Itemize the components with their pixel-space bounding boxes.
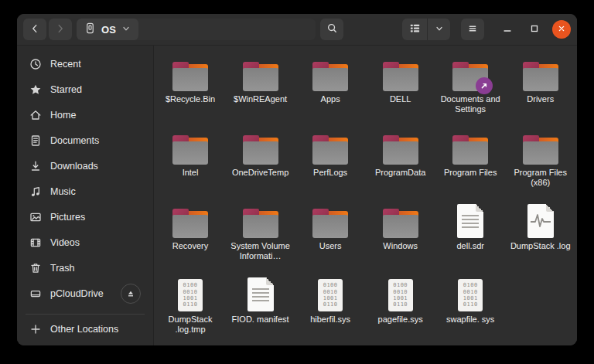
sidebar-item-documents[interactable]: Documents [22, 129, 148, 152]
sidebar-item-label: Home [50, 110, 76, 121]
folder-icon [172, 135, 209, 165]
grid-item-programdata[interactable]: ProgramData [365, 125, 435, 199]
sidebar-item-label: Downloads [50, 161, 98, 172]
minimize-icon [502, 23, 513, 36]
file-label: DELL [390, 94, 411, 104]
drive-icon [84, 22, 96, 36]
sidebar: Recent Starred Home Documents Downloads [17, 46, 154, 345]
grid-item-program-files-x86[interactable]: Program Files (x86) [505, 125, 575, 199]
path-bar[interactable]: OS [77, 19, 316, 40]
navigation-buttons [23, 19, 72, 40]
folder-icon [382, 135, 419, 165]
sidebar-item-downloads[interactable]: Downloads [22, 155, 148, 178]
window-body: Recent Starred Home Documents Downloads [17, 46, 577, 345]
home-icon [29, 109, 42, 121]
folder-icon [312, 62, 349, 91]
downloads-icon [29, 160, 42, 172]
sidebar-item-starred[interactable]: Starred [22, 78, 148, 101]
grid-item-dell-sdr[interactable]: dell.sdr [435, 199, 506, 272]
file-label: Windows [383, 241, 418, 251]
file-binary-icon: 0100001010010110 [318, 279, 343, 311]
drive-icon [29, 287, 42, 300]
file-grid: $Recycle.Bin $WinREAgent Apps DELL Docum… [155, 52, 575, 345]
main-menu-button[interactable] [461, 19, 484, 40]
folder-icon [452, 62, 489, 91]
sidebar-item-music[interactable]: Music [22, 180, 148, 203]
file-label: DumpStack .log.tmp [157, 315, 224, 335]
file-text-icon [457, 204, 483, 238]
chevron-down-icon [435, 24, 444, 36]
folder-icon [242, 62, 279, 91]
grid-item-dumpstack-log[interactable]: DumpStack .log [505, 199, 575, 272]
maximize-button[interactable] [525, 20, 544, 39]
folder-icon [242, 135, 279, 165]
grid-item-intel[interactable]: Intel [155, 125, 226, 199]
search-button[interactable] [320, 19, 343, 40]
pictures-icon [29, 211, 42, 223]
sidebar-item-label: Recent [50, 59, 81, 70]
grid-item-drivers[interactable]: Drivers [505, 52, 575, 125]
sidebar-item-other-locations[interactable]: Other Locations [22, 322, 148, 336]
sidebar-item-label: Pictures [50, 212, 85, 223]
grid-item-hiberfil-sys[interactable]: 0100001010010110 hiberfil.sys [295, 272, 366, 345]
file-text-icon [248, 277, 274, 311]
folder-icon [172, 209, 209, 238]
grid-item-winreagent[interactable]: $WinREAgent [225, 52, 295, 125]
content-area: $Recycle.Bin $WinREAgent Apps DELL Docum… [154, 46, 577, 345]
location-button-os[interactable]: OS [77, 19, 138, 40]
grid-item-system-volume-informati[interactable]: System Volume Informati… [225, 199, 295, 272]
grid-item-recycle-bin[interactable]: $Recycle.Bin [155, 52, 226, 125]
sidebar-item-home[interactable]: Home [22, 104, 148, 127]
grid-item-fiod-manifest[interactable]: FIOD. manifest [225, 272, 295, 345]
folder-icon [172, 62, 209, 91]
grid-item-dumpstack-log-tmp[interactable]: 0100001010010110 DumpStack .log.tmp [155, 272, 226, 345]
grid-item-program-files[interactable]: Program Files [435, 125, 506, 199]
file-binary-icon: 0100001010010110 [388, 279, 413, 311]
file-label: dell.sdr [456, 241, 483, 251]
sidebar-item-pictures[interactable]: Pictures [22, 206, 148, 229]
grid-item-users[interactable]: Users [295, 199, 366, 272]
folder-icon [242, 209, 279, 238]
grid-item-swapfile-sys[interactable]: 0100001010010110 swapfile. sys [435, 272, 506, 345]
sidebar-item-videos[interactable]: Videos [22, 231, 148, 254]
file-label: Intel [183, 168, 199, 178]
view-options-dropdown[interactable] [427, 19, 450, 40]
location-label: OS [101, 24, 116, 36]
videos-icon [29, 236, 42, 249]
maximize-icon [529, 23, 540, 36]
sidebar-item-recent[interactable]: Recent [22, 53, 148, 76]
grid-item-windows[interactable]: Windows [365, 199, 435, 272]
sidebar-item-trash[interactable]: Trash [22, 257, 148, 280]
grid-item-documents-and-settings[interactable]: Documents and Settings [435, 52, 506, 125]
sidebar-item-label: pCloudDrive [50, 288, 104, 299]
file-binary-icon: 0100001010010110 [178, 279, 203, 311]
sidebar-item-label: Videos [50, 237, 80, 248]
file-label: Apps [321, 94, 340, 104]
menu-icon [467, 23, 478, 36]
file-label: DumpStack .log [510, 241, 571, 251]
file-label: Recovery [172, 241, 208, 251]
list-view-button[interactable] [402, 19, 427, 40]
folder-icon [522, 62, 559, 91]
grid-item-dell[interactable]: DELL [365, 52, 435, 125]
eject-icon [126, 289, 135, 298]
grid-item-onedrivetemp[interactable]: OneDriveTemp [225, 125, 295, 199]
file-label: Documents and Settings [437, 94, 504, 115]
grid-item-apps[interactable]: Apps [295, 52, 366, 125]
plus-icon [29, 323, 42, 335]
grid-item-pagefile-sys[interactable]: 0100001010010110 pagefile.sys [365, 272, 435, 345]
minimize-button[interactable] [498, 20, 517, 39]
close-button[interactable] [552, 20, 571, 39]
grid-item-recovery[interactable]: Recovery [155, 199, 226, 272]
grid-item-perflogs[interactable]: PerfLogs [295, 125, 366, 199]
file-label: swapfile. sys [446, 315, 494, 325]
header-bar: OS [17, 14, 577, 46]
folder-icon [452, 135, 489, 165]
documents-icon [29, 134, 42, 147]
eject-button[interactable] [121, 284, 141, 304]
forward-button[interactable] [49, 19, 72, 40]
folder-icon [382, 209, 419, 238]
sidebar-item-pclouddrive[interactable]: pCloudDrive [22, 282, 148, 305]
back-button[interactable] [23, 19, 46, 40]
file-binary-icon: 0100001010010110 [458, 279, 483, 311]
